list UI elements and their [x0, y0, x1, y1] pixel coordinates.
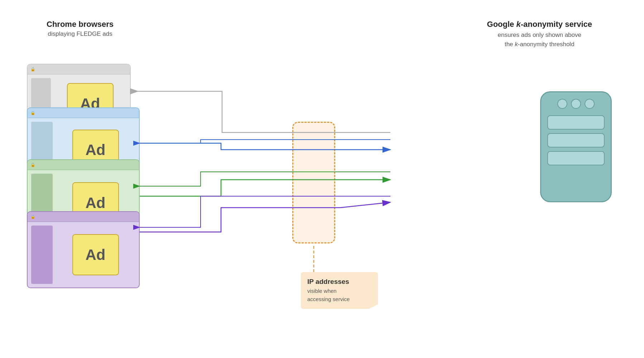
arrow-blue-outgoing: [140, 143, 390, 150]
ip-visibility-rect: [292, 122, 335, 243]
browser-purple-content: Ad: [28, 222, 139, 287]
browser-blue-toolbar: 🔒: [28, 108, 139, 118]
ad-box-purple: Ad: [72, 234, 119, 275]
header-left-title: Chrome browsers: [47, 20, 114, 29]
header-right-subtitle: ensures ads only shown abovethe k-anonym…: [487, 30, 592, 49]
lock-icon-purple: 🔒: [30, 214, 35, 219]
lock-icon: 🔒: [30, 67, 35, 72]
header-right-title: Google k-anonymity service: [487, 20, 592, 29]
header-left: Chrome browsers displaying FLEDGE ads: [47, 20, 114, 38]
arrow-purple-outgoing: [140, 202, 390, 232]
browser-purple-toolbar: 🔒: [28, 212, 139, 222]
server-body: [540, 91, 612, 202]
server-dots: [557, 99, 595, 109]
header-right: Google k-anonymity service ensures ads o…: [487, 20, 592, 49]
header-left-subtitle: displaying FLEDGE ads: [47, 30, 114, 38]
arrow-purple-return: [140, 196, 390, 227]
server-dot-1: [557, 99, 567, 109]
server-slot-1: [547, 115, 605, 130]
arrow-gray-line: [138, 91, 390, 132]
browser-purple-main: Ad: [56, 226, 135, 284]
server-dot-3: [585, 99, 595, 109]
server: [540, 91, 612, 202]
ip-subtitle: visible whenaccessing service: [307, 287, 371, 303]
lock-icon-blue: 🔒: [30, 111, 35, 115]
server-slot-3: [547, 151, 605, 165]
arrow-green-return: [140, 172, 390, 186]
browser-gray-toolbar: 🔒: [28, 64, 130, 74]
arrow-blue-return: [140, 140, 390, 143]
ip-addresses-box: IP addresses visible whenaccessing servi…: [301, 272, 378, 309]
diagram-container: Chrome browsers displaying FLEDGE ads Go…: [0, 0, 644, 358]
server-dot-2: [571, 99, 581, 109]
browser-purple: 🔒 Ad: [27, 211, 140, 288]
lock-icon-green: 🔒: [30, 163, 35, 167]
browser-purple-sidebar: [31, 226, 53, 284]
server-slot-2: [547, 133, 605, 147]
ip-title: IP addresses: [307, 278, 371, 286]
browser-green-toolbar: 🔒: [28, 160, 139, 170]
arrow-green-outgoing: [140, 180, 390, 196]
